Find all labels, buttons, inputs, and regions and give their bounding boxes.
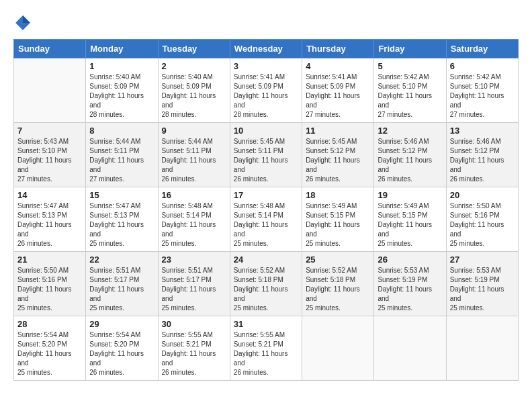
day-number: 17 (234, 190, 298, 200)
calendar-cell (446, 316, 518, 381)
calendar-header-monday: Monday (86, 40, 158, 58)
calendar-header-saturday: Saturday (446, 40, 518, 58)
day-info: Sunrise: 5:51 AMSunset: 5:17 PMDaylight:… (162, 266, 226, 313)
day-info: Sunrise: 5:52 AMSunset: 5:18 PMDaylight:… (234, 266, 298, 313)
calendar-cell: 24Sunrise: 5:52 AMSunset: 5:18 PMDayligh… (230, 252, 302, 316)
day-number: 23 (162, 255, 226, 265)
day-number: 13 (450, 126, 515, 136)
day-number: 2 (162, 61, 226, 71)
day-number: 7 (17, 126, 82, 136)
day-number: 4 (306, 61, 370, 71)
calendar-week-row: 7Sunrise: 5:43 AMSunset: 5:10 PMDaylight… (14, 123, 519, 187)
calendar-cell: 20Sunrise: 5:50 AMSunset: 5:16 PMDayligh… (446, 187, 518, 252)
calendar: SundayMondayTuesdayWednesdayThursdayFrid… (13, 39, 519, 381)
day-number: 26 (378, 255, 442, 265)
calendar-cell: 13Sunrise: 5:46 AMSunset: 5:12 PMDayligh… (446, 123, 518, 187)
calendar-header-row: SundayMondayTuesdayWednesdayThursdayFrid… (14, 40, 519, 58)
day-info: Sunrise: 5:47 AMSunset: 5:13 PMDaylight:… (17, 201, 82, 248)
calendar-header-thursday: Thursday (302, 40, 374, 58)
day-number: 19 (378, 190, 442, 200)
day-info: Sunrise: 5:46 AMSunset: 5:12 PMDaylight:… (450, 137, 515, 184)
day-info: Sunrise: 5:51 AMSunset: 5:17 PMDaylight:… (89, 266, 154, 313)
day-info: Sunrise: 5:45 AMSunset: 5:12 PMDaylight:… (306, 137, 370, 184)
day-number: 20 (450, 190, 515, 200)
day-number: 18 (306, 190, 370, 200)
header (13, 13, 519, 32)
calendar-cell: 6Sunrise: 5:42 AMSunset: 5:10 PMDaylight… (446, 58, 518, 123)
day-info: Sunrise: 5:43 AMSunset: 5:10 PMDaylight:… (17, 137, 82, 184)
day-number: 24 (234, 255, 298, 265)
day-info: Sunrise: 5:55 AMSunset: 5:21 PMDaylight:… (234, 330, 298, 377)
calendar-cell: 7Sunrise: 5:43 AMSunset: 5:10 PMDaylight… (14, 123, 86, 187)
day-number: 14 (17, 190, 82, 200)
calendar-cell: 18Sunrise: 5:49 AMSunset: 5:15 PMDayligh… (302, 187, 374, 252)
day-info: Sunrise: 5:52 AMSunset: 5:18 PMDaylight:… (306, 266, 370, 313)
day-info: Sunrise: 5:49 AMSunset: 5:15 PMDaylight:… (306, 201, 370, 248)
day-number: 15 (89, 190, 154, 200)
day-info: Sunrise: 5:45 AMSunset: 5:11 PMDaylight:… (234, 137, 298, 184)
day-info: Sunrise: 5:53 AMSunset: 5:19 PMDaylight:… (450, 266, 515, 313)
day-info: Sunrise: 5:50 AMSunset: 5:16 PMDaylight:… (17, 266, 82, 313)
calendar-cell: 23Sunrise: 5:51 AMSunset: 5:17 PMDayligh… (158, 252, 230, 316)
day-number: 8 (89, 126, 154, 136)
calendar-cell: 10Sunrise: 5:45 AMSunset: 5:11 PMDayligh… (230, 123, 302, 187)
day-number: 12 (378, 126, 442, 136)
day-info: Sunrise: 5:53 AMSunset: 5:19 PMDaylight:… (378, 266, 442, 313)
day-info: Sunrise: 5:54 AMSunset: 5:20 PMDaylight:… (17, 330, 82, 377)
day-number: 10 (234, 126, 298, 136)
day-info: Sunrise: 5:55 AMSunset: 5:21 PMDaylight:… (162, 330, 226, 377)
calendar-cell: 9Sunrise: 5:44 AMSunset: 5:11 PMDaylight… (158, 123, 230, 187)
calendar-header-friday: Friday (374, 40, 446, 58)
calendar-cell (302, 316, 374, 381)
day-number: 11 (306, 126, 370, 136)
calendar-cell: 14Sunrise: 5:47 AMSunset: 5:13 PMDayligh… (14, 187, 86, 252)
day-number: 3 (234, 61, 298, 71)
calendar-cell: 27Sunrise: 5:53 AMSunset: 5:19 PMDayligh… (446, 252, 518, 316)
day-info: Sunrise: 5:42 AMSunset: 5:10 PMDaylight:… (378, 73, 442, 120)
day-number: 30 (162, 319, 226, 329)
day-number: 22 (89, 255, 154, 265)
calendar-cell: 8Sunrise: 5:44 AMSunset: 5:11 PMDaylight… (86, 123, 158, 187)
day-number: 29 (89, 319, 154, 329)
calendar-cell: 2Sunrise: 5:40 AMSunset: 5:09 PMDaylight… (158, 58, 230, 123)
calendar-week-row: 14Sunrise: 5:47 AMSunset: 5:13 PMDayligh… (14, 187, 519, 252)
day-number: 1 (89, 61, 154, 71)
calendar-cell: 19Sunrise: 5:49 AMSunset: 5:15 PMDayligh… (374, 187, 446, 252)
calendar-week-row: 21Sunrise: 5:50 AMSunset: 5:16 PMDayligh… (14, 252, 519, 316)
day-info: Sunrise: 5:48 AMSunset: 5:14 PMDaylight:… (162, 201, 226, 248)
calendar-cell: 5Sunrise: 5:42 AMSunset: 5:10 PMDaylight… (374, 58, 446, 123)
logo-icon (13, 13, 32, 32)
day-info: Sunrise: 5:49 AMSunset: 5:15 PMDaylight:… (378, 201, 442, 248)
day-info: Sunrise: 5:42 AMSunset: 5:10 PMDaylight:… (450, 73, 515, 120)
day-number: 21 (17, 255, 82, 265)
day-info: Sunrise: 5:46 AMSunset: 5:12 PMDaylight:… (378, 137, 442, 184)
calendar-cell: 25Sunrise: 5:52 AMSunset: 5:18 PMDayligh… (302, 252, 374, 316)
calendar-header-sunday: Sunday (14, 40, 86, 58)
day-info: Sunrise: 5:40 AMSunset: 5:09 PMDaylight:… (89, 73, 154, 120)
calendar-cell: 12Sunrise: 5:46 AMSunset: 5:12 PMDayligh… (374, 123, 446, 187)
calendar-cell: 26Sunrise: 5:53 AMSunset: 5:19 PMDayligh… (374, 252, 446, 316)
calendar-cell: 31Sunrise: 5:55 AMSunset: 5:21 PMDayligh… (230, 316, 302, 381)
calendar-cell: 28Sunrise: 5:54 AMSunset: 5:20 PMDayligh… (14, 316, 86, 381)
calendar-week-row: 1Sunrise: 5:40 AMSunset: 5:09 PMDaylight… (14, 58, 519, 123)
calendar-cell: 16Sunrise: 5:48 AMSunset: 5:14 PMDayligh… (158, 187, 230, 252)
day-info: Sunrise: 5:50 AMSunset: 5:16 PMDaylight:… (450, 201, 515, 248)
calendar-header-wednesday: Wednesday (230, 40, 302, 58)
day-number: 27 (450, 255, 515, 265)
calendar-cell: 30Sunrise: 5:55 AMSunset: 5:21 PMDayligh… (158, 316, 230, 381)
calendar-cell: 22Sunrise: 5:51 AMSunset: 5:17 PMDayligh… (86, 252, 158, 316)
day-info: Sunrise: 5:44 AMSunset: 5:11 PMDaylight:… (89, 137, 154, 184)
calendar-cell: 1Sunrise: 5:40 AMSunset: 5:09 PMDaylight… (86, 58, 158, 123)
day-info: Sunrise: 5:41 AMSunset: 5:09 PMDaylight:… (306, 73, 370, 120)
day-info: Sunrise: 5:47 AMSunset: 5:13 PMDaylight:… (89, 201, 154, 248)
day-number: 6 (450, 61, 515, 71)
logo (13, 13, 35, 32)
calendar-cell (14, 58, 86, 123)
day-info: Sunrise: 5:41 AMSunset: 5:09 PMDaylight:… (234, 73, 298, 120)
day-number: 5 (378, 61, 442, 71)
calendar-cell: 4Sunrise: 5:41 AMSunset: 5:09 PMDaylight… (302, 58, 374, 123)
day-info: Sunrise: 5:44 AMSunset: 5:11 PMDaylight:… (162, 137, 226, 184)
day-info: Sunrise: 5:48 AMSunset: 5:14 PMDaylight:… (234, 201, 298, 248)
day-info: Sunrise: 5:40 AMSunset: 5:09 PMDaylight:… (162, 73, 226, 120)
calendar-week-row: 28Sunrise: 5:54 AMSunset: 5:20 PMDayligh… (14, 316, 519, 381)
